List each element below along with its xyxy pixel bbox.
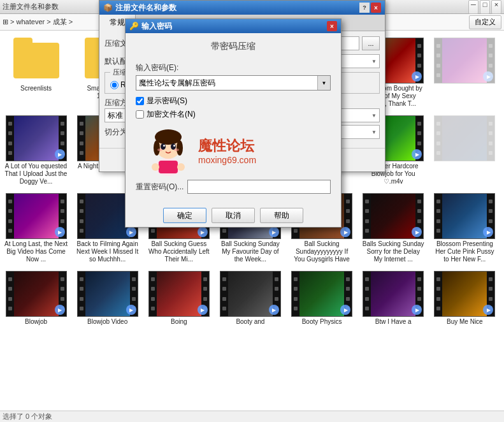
- svg-point-9: [173, 145, 175, 147]
- play-icon: [340, 227, 350, 237]
- film-strip-left: [435, 116, 442, 161]
- list-item[interactable]: Screenlists: [3, 34, 69, 111]
- watermark-url: moxing69.com: [198, 155, 256, 165]
- inner-dialog-body: 输入密码(E): ▼ 显示密码(S) 加密文件名(N): [126, 57, 341, 204]
- list-item[interactable]: Blowjob: [3, 268, 69, 329]
- list-item[interactable]: Btw I Have a: [360, 268, 427, 329]
- list-item[interactable]: Blowjob Video: [74, 268, 141, 329]
- film-strip-left: [6, 194, 14, 238]
- combo-arrow-icon-3: ▼: [371, 113, 377, 119]
- video-thumb: [291, 271, 352, 317]
- file-label: Ball Sucking Guess Who Accidentally Left…: [147, 240, 210, 263]
- combo-arrow-icon-4: ▼: [371, 129, 377, 135]
- list-item[interactable]: [431, 34, 498, 111]
- film-strip-left: [78, 194, 85, 238]
- file-label: Blossom Presenting Her Cute Pink Pussy t…: [433, 240, 496, 263]
- play-icon: [126, 305, 136, 315]
- play-icon: [55, 149, 65, 159]
- outer-dialog: 📦 注册文件名和参数 ? × 常规 压缩文件(A): ... 默认配置(U):: [99, 0, 385, 172]
- video-thumb: [220, 271, 281, 317]
- password-input-wrap: ▼: [136, 75, 331, 91]
- password-dropdown-button[interactable]: ▼: [317, 76, 330, 90]
- file-label: Ball Sucking Sunday My Favourite Day of …: [219, 240, 282, 263]
- folder-thumb: [6, 38, 67, 84]
- show-password-checkbox[interactable]: [136, 97, 144, 105]
- list-item[interactable]: Booty and: [217, 268, 284, 329]
- video-thumb: [434, 271, 495, 317]
- list-item[interactable]: Balls Sucking Sunday Sorry for the Delay…: [360, 190, 427, 266]
- svg-point-12: [152, 163, 159, 171]
- video-thumb: [77, 271, 138, 317]
- svg-point-5: [176, 140, 183, 156]
- svg-point-13: [177, 163, 185, 171]
- radio-rar-input[interactable]: [110, 81, 119, 89]
- film-strip-left: [292, 272, 299, 316]
- list-item[interactable]: Booty Physics: [289, 268, 356, 329]
- password-input[interactable]: [136, 78, 317, 87]
- list-item[interactable]: A Lot of You equested That I Upload Just…: [3, 112, 69, 189]
- minimize-button[interactable]: ─: [468, 0, 479, 14]
- inner-ok-button[interactable]: 确定: [163, 208, 206, 223]
- video-thumb: [363, 271, 424, 317]
- inner-cancel-button[interactable]: 取消: [212, 208, 255, 223]
- status-bar: 选择了 0 个对象: [0, 411, 504, 422]
- inner-dialog-title-text: 输入密码: [141, 21, 172, 32]
- film-strip-right: [487, 116, 494, 161]
- mascot-image: [146, 126, 191, 177]
- folder-icon: [13, 43, 59, 78]
- inner-dialog: 🔑 输入密码 × 带密码压缩 输入密码(E): ▼ 显示密码(S): [125, 18, 342, 228]
- play-icon: [55, 305, 65, 315]
- file-label: Booty and: [219, 318, 282, 326]
- film-strip-left: [149, 272, 157, 316]
- film-strip-left: [435, 194, 442, 238]
- watermark-area: 魔性论坛 moxing69.com: [136, 122, 331, 180]
- status-text: 选择了 0 个对象: [3, 412, 52, 421]
- outer-dialog-close-button[interactable]: ×: [371, 3, 381, 13]
- inner-dialog-title-icon: 🔑: [129, 22, 139, 31]
- film-strip-left: [435, 38, 442, 83]
- list-item[interactable]: At Long Last, the Next Big Video Has Com…: [3, 190, 69, 266]
- video-thumb: [6, 193, 67, 239]
- maximize-button[interactable]: □: [480, 0, 490, 14]
- reset-password-row: 重置密码(O)...: [136, 180, 331, 194]
- list-item[interactable]: Boing: [145, 268, 212, 329]
- video-thumb: [363, 193, 424, 239]
- outer-dialog-icon: 📦: [103, 3, 113, 12]
- encrypt-filename-checkbox[interactable]: [136, 110, 144, 119]
- film-strip-left: [78, 272, 85, 316]
- inner-dialog-close-button[interactable]: ×: [327, 21, 337, 31]
- inner-dialog-header: 带密码压缩: [126, 33, 341, 57]
- file-manager: 注册文件名和参数 ─ □ × ⊞ > whatever > 成某 > 自定义 S…: [0, 0, 504, 422]
- show-password-label: 显示密码(S): [147, 96, 187, 106]
- zip-file-browse-button[interactable]: ...: [362, 36, 380, 50]
- file-label: Buy Me Nice: [433, 318, 496, 326]
- show-password-row: 显示密码(S): [136, 96, 331, 106]
- custom-button[interactable]: 自定义: [469, 15, 501, 29]
- outer-dialog-title-text: 注册文件名和参数: [115, 3, 176, 13]
- list-item[interactable]: Buy Me Nice: [431, 268, 498, 329]
- list-item[interactable]: [431, 112, 498, 189]
- play-icon: [269, 227, 279, 237]
- list-item[interactable]: Blossom Presenting Her Cute Pink Pussy t…: [431, 190, 498, 266]
- inner-help-button[interactable]: 帮助: [260, 208, 303, 223]
- close-button[interactable]: ×: [491, 0, 501, 14]
- video-thumb: [434, 115, 495, 161]
- svg-point-11: [174, 149, 179, 151]
- film-strip-left: [435, 272, 442, 316]
- file-label: Btw I Have a: [362, 318, 425, 326]
- file-label: Back to Filming Again Next Week I Missed…: [76, 240, 139, 263]
- file-label: Screenlists: [4, 85, 68, 92]
- video-thumb: [6, 271, 67, 317]
- reset-password-input[interactable]: [187, 180, 331, 194]
- file-label: Boing: [147, 318, 210, 326]
- file-label: Blowjob Video: [76, 318, 139, 326]
- watermark-text: 魔性论坛: [198, 137, 256, 156]
- play-icon: [55, 227, 65, 237]
- password-label: 输入密码(E):: [136, 62, 331, 73]
- file-label: Ball Sucking Sundayyyyyyyyy If You Guysg…: [291, 240, 354, 263]
- combo-arrow-icon: ▼: [371, 59, 377, 64]
- video-thumb: [148, 271, 210, 317]
- film-strip-left: [6, 116, 14, 161]
- video-thumb: [434, 193, 495, 239]
- outer-dialog-help-button[interactable]: ?: [359, 3, 370, 13]
